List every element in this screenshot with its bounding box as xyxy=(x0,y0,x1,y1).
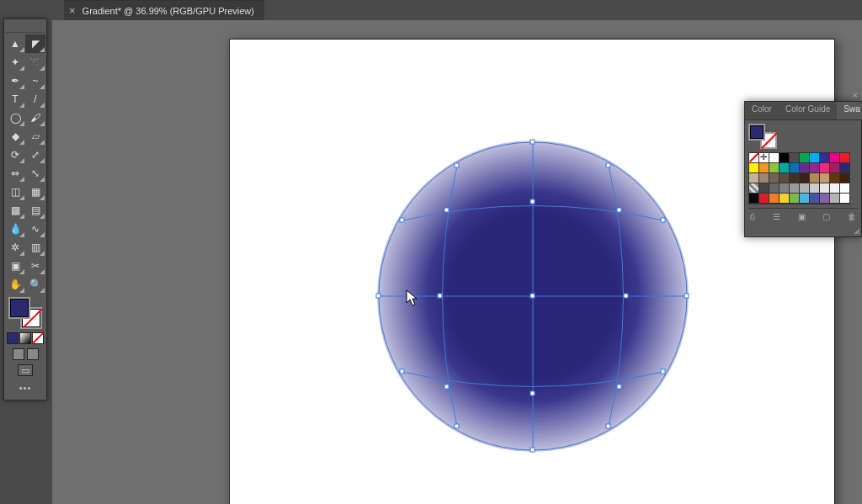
edit-toolbar-button[interactable]: ••• xyxy=(19,383,32,393)
artboard-tool[interactable]: ▣ xyxy=(5,257,25,275)
swatch-item[interactable] xyxy=(830,183,840,194)
zoom-tool[interactable]: 🔍 xyxy=(25,275,45,294)
swatch-item[interactable] xyxy=(790,173,800,183)
swatch-item[interactable] xyxy=(759,153,769,163)
swatch-item[interactable] xyxy=(769,173,780,183)
mesh-tool[interactable]: ▩ xyxy=(5,201,25,220)
swatch-item[interactable] xyxy=(790,153,800,163)
swatch-item[interactable] xyxy=(820,173,830,183)
screen-mode-button[interactable]: ▭ xyxy=(18,364,33,376)
ellipse-tool[interactable]: ◯ xyxy=(5,109,25,127)
width-tool[interactable]: ⇔ xyxy=(5,164,25,183)
eraser-tool[interactable]: ▱ xyxy=(25,127,45,146)
swatch-item[interactable] xyxy=(800,173,810,183)
swatch-item[interactable] xyxy=(830,194,840,204)
swatch-item[interactable] xyxy=(790,183,800,194)
fill-swatch[interactable] xyxy=(8,297,30,319)
swatch-item[interactable] xyxy=(830,173,840,183)
swatch-item[interactable] xyxy=(780,183,790,194)
swatch-item[interactable] xyxy=(810,163,820,173)
type-tool[interactable]: T xyxy=(5,90,25,109)
perspective-grid-tool[interactable]: ▦ xyxy=(25,183,45,201)
tab-color[interactable]: Color xyxy=(745,102,779,119)
swatch-item[interactable] xyxy=(810,194,820,204)
swatch-item[interactable] xyxy=(780,153,790,163)
swatch-item[interactable] xyxy=(749,163,759,173)
line-segment-tool[interactable]: / xyxy=(25,90,45,109)
swatch-item[interactable] xyxy=(780,163,790,173)
swatch-item[interactable] xyxy=(840,173,850,183)
delete-swatch-icon[interactable]: 🗑 xyxy=(848,212,856,221)
swatch-item[interactable] xyxy=(790,194,800,204)
mini-swatch-none[interactable] xyxy=(32,332,44,344)
panel-close-icon[interactable]: × xyxy=(853,90,858,100)
swatch-item[interactable] xyxy=(759,194,769,204)
swatch-item[interactable] xyxy=(800,183,810,194)
canvas-area[interactable] xyxy=(52,20,862,504)
magic-wand-tool[interactable]: ✦ xyxy=(5,53,25,72)
swatch-item[interactable] xyxy=(820,194,830,204)
swatch-item[interactable] xyxy=(830,163,840,173)
show-kinds-icon[interactable]: ☰ xyxy=(773,212,780,221)
swatch-item[interactable] xyxy=(769,194,780,204)
mini-swatch-gradient[interactable] xyxy=(19,332,31,344)
swatch-item[interactable] xyxy=(840,153,850,163)
panel-fill-stroke[interactable] xyxy=(748,124,777,149)
new-swatch-icon[interactable]: ▢ xyxy=(822,212,830,221)
swatch-item[interactable] xyxy=(769,163,780,173)
swatch-libraries-icon[interactable]: ⎙ xyxy=(750,212,755,221)
paintbrush-tool[interactable]: 🖌 xyxy=(25,109,45,127)
slice-tool[interactable]: ✂ xyxy=(25,257,45,275)
swatch-item[interactable] xyxy=(759,163,769,173)
direct-selection-tool[interactable]: ◤ xyxy=(25,34,45,53)
hand-tool[interactable]: ✋ xyxy=(5,275,25,294)
mini-swatch-color[interactable] xyxy=(7,332,19,344)
swatch-item[interactable] xyxy=(759,183,769,194)
rotate-tool[interactable]: ⟳ xyxy=(5,146,25,164)
swatch-item[interactable] xyxy=(769,153,780,163)
shape-builder-tool[interactable]: ◫ xyxy=(5,183,25,201)
close-icon[interactable]: × xyxy=(69,4,76,17)
blend-tool[interactable]: ∿ xyxy=(25,220,45,238)
swatch-item[interactable] xyxy=(749,183,759,194)
panel-fill-swatch[interactable] xyxy=(748,124,765,141)
draw-normal-mode[interactable] xyxy=(13,348,24,360)
swatch-item[interactable] xyxy=(780,194,790,204)
fill-stroke-control[interactable] xyxy=(7,297,44,329)
free-transform-tool[interactable]: ⤡ xyxy=(25,164,45,183)
column-graph-tool[interactable]: ▥ xyxy=(25,238,45,257)
swatch-item[interactable] xyxy=(810,173,820,183)
eyedropper-tool[interactable]: 💧 xyxy=(5,220,25,238)
tab-swatches[interactable]: Swa xyxy=(837,102,862,119)
swatch-item[interactable] xyxy=(830,153,840,163)
swatch-item[interactable] xyxy=(810,153,820,163)
new-group-icon[interactable]: ▣ xyxy=(798,212,806,221)
lasso-tool[interactable]: ➰ xyxy=(25,53,45,72)
swatch-item[interactable] xyxy=(780,173,790,183)
swatch-item[interactable] xyxy=(790,163,800,173)
swatch-item[interactable] xyxy=(800,194,810,204)
curvature-tool[interactable]: ~ xyxy=(25,72,45,90)
swatch-item[interactable] xyxy=(820,163,830,173)
swatch-item[interactable] xyxy=(759,173,769,183)
pen-tool[interactable]: ✒ xyxy=(5,72,25,90)
panel-resize-grip[interactable]: ◢ xyxy=(745,225,861,236)
draw-behind-mode[interactable] xyxy=(27,348,39,360)
selection-tool[interactable]: ▲ xyxy=(5,34,25,53)
document-tab[interactable]: × Gradient* @ 36.99% (RGB/GPU Preview) xyxy=(64,0,264,20)
swatch-item[interactable] xyxy=(800,163,810,173)
swatch-item[interactable] xyxy=(820,183,830,194)
swatch-item[interactable] xyxy=(800,153,810,163)
swatch-item[interactable] xyxy=(749,153,759,163)
swatch-item[interactable] xyxy=(749,194,759,204)
swatch-item[interactable] xyxy=(769,183,780,194)
swatch-item[interactable] xyxy=(840,194,850,204)
swatch-item[interactable] xyxy=(840,163,850,173)
gradient-sphere-object[interactable] xyxy=(377,141,689,452)
shaper-tool[interactable]: ◆ xyxy=(5,127,25,146)
swatch-item[interactable] xyxy=(840,183,850,194)
swatch-item[interactable] xyxy=(820,153,830,163)
scale-tool[interactable]: ⤢ xyxy=(25,146,45,164)
swatch-item[interactable] xyxy=(749,173,759,183)
symbol-sprayer-tool[interactable]: ✲ xyxy=(5,238,25,257)
